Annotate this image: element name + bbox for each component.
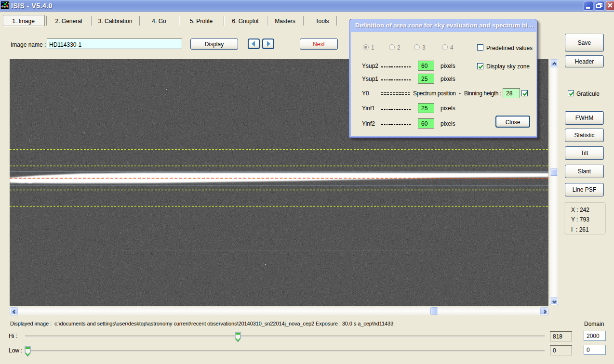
- svg-text:ISIS: ISIS: [1, 6, 9, 9]
